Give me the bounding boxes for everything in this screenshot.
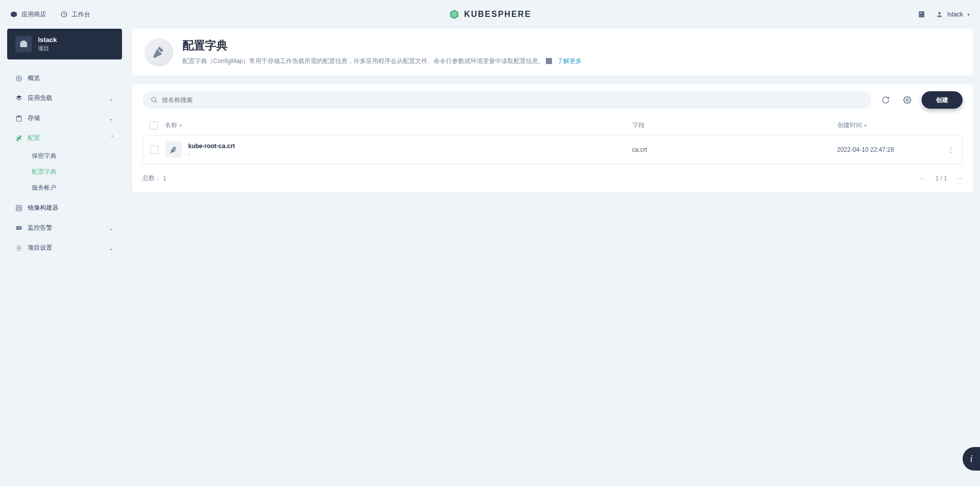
nav-config[interactable]: 配置 ˄ — [9, 129, 120, 148]
create-button[interactable]: 创建 — [922, 91, 963, 109]
user-name: lstack — [947, 11, 963, 18]
svg-rect-1 — [919, 11, 925, 17]
svg-point-8 — [16, 115, 21, 117]
top-header: 应用商店 工作台 KUBESPHERE lstack ▾ — [0, 0, 980, 29]
page-desc-text: 配置字典（ConfigMap）常用于存储工作负载所需的配置信息，许多应用程序会从… — [182, 57, 544, 65]
nav-monitor[interactable]: 监控告警 ⌄ — [9, 218, 120, 237]
svg-rect-4 — [20, 42, 27, 48]
config-icon — [15, 135, 23, 142]
overview-icon — [15, 75, 23, 82]
brand-icon — [448, 9, 460, 20]
brand-text: KUBESPHERE — [464, 10, 531, 19]
settings-icon — [15, 245, 23, 252]
total-value: 1 — [163, 175, 167, 182]
nav-workbench[interactable]: 工作台 — [60, 10, 90, 19]
sort-caret-icon: ▾ — [179, 123, 182, 128]
table-footer: 总数： 1 ← 1 / 1 → — [142, 174, 963, 183]
svg-point-6 — [16, 75, 22, 81]
help-icon: i — [970, 454, 972, 464]
image-builder-icon — [15, 205, 23, 212]
page-description: 配置字典（ConfigMap）常用于存储工作负载所需的配置信息，许多应用程序会从… — [182, 56, 582, 66]
project-card[interactable]: lstack 项目 — [7, 29, 122, 59]
page-title: 配置字典 — [182, 38, 582, 53]
col-field-label: 字段 — [632, 121, 645, 130]
nav-workloads[interactable]: 应用负载 ⌄ — [9, 89, 120, 108]
select-all-checkbox[interactable] — [150, 121, 158, 130]
row-checkbox[interactable] — [150, 146, 158, 154]
row-created: 2022-04-10 22:47:28 — [837, 146, 940, 153]
chevron-down-icon: ⌄ — [109, 245, 114, 252]
nav-app-store[interactable]: 应用商店 — [10, 10, 46, 19]
project-type: 项目 — [38, 45, 57, 52]
col-created-label: 创建时间 — [838, 121, 862, 130]
workloads-icon — [15, 95, 23, 102]
col-name[interactable]: 名称 ▾ — [165, 121, 632, 130]
header-left: 应用商店 工作台 — [10, 10, 90, 19]
user-menu[interactable]: lstack ▾ — [936, 11, 970, 18]
nav-monitor-label: 监控告警 — [28, 224, 52, 232]
col-field: 字段 — [632, 121, 838, 130]
page-next-button[interactable]: → — [956, 175, 963, 182]
search-icon — [151, 96, 158, 104]
app-store-icon — [10, 11, 17, 18]
hammer-icon — [166, 141, 182, 158]
svg-rect-5 — [22, 40, 26, 42]
nav-storage-label: 存储 — [28, 114, 40, 123]
project-name: lstack — [38, 36, 57, 44]
refresh-button[interactable] — [879, 93, 893, 107]
row-name: kube-root-ca.crt — [188, 143, 235, 150]
chevron-down-icon: ⌄ — [109, 115, 114, 122]
monitor-icon — [15, 225, 23, 232]
row-sub: - — [188, 151, 235, 157]
svg-line-14 — [155, 101, 157, 103]
chevron-down-icon: ⌄ — [109, 225, 114, 232]
nav-project-settings[interactable]: 项目设置 ⌄ — [9, 238, 120, 257]
svg-point-7 — [18, 77, 20, 79]
list-card: 创建 名称 ▾ 字段 创建时间 ▾ — [132, 84, 973, 192]
sort-caret-icon: ▾ — [864, 123, 867, 128]
chevron-up-icon: ˄ — [111, 135, 114, 142]
nav-workloads-label: 应用负载 — [28, 94, 52, 103]
svg-point-12 — [18, 247, 20, 249]
total-label: 总数： — [142, 174, 161, 183]
workbench-label: 工作台 — [72, 10, 90, 19]
col-name-label: 名称 — [165, 121, 177, 130]
row-more-button[interactable]: ⋮ — [940, 146, 962, 153]
search-input[interactable] — [162, 96, 863, 104]
nav-image-builder[interactable]: 镜像构建器 — [9, 198, 120, 217]
storage-icon — [15, 115, 23, 122]
nav-overview[interactable]: 概览 — [9, 69, 120, 88]
hammer-icon — [145, 38, 173, 67]
docs-icon[interactable] — [917, 10, 926, 18]
header-right: lstack ▾ — [917, 10, 970, 18]
workbench-icon — [60, 11, 68, 18]
nav-sub-configmaps[interactable]: 配置字典 — [28, 165, 120, 179]
project-icon — [15, 36, 32, 52]
svg-point-15 — [906, 99, 908, 101]
table-header: 名称 ▾ 字段 创建时间 ▾ — [142, 116, 963, 135]
search-box[interactable] — [142, 91, 871, 109]
nav-config-label: 配置 — [28, 134, 40, 143]
nav-storage[interactable]: 存储 ⌄ — [9, 109, 120, 128]
sidebar: lstack 项目 概览 应用负载 ⌄ 存储 ⌄ 配置 ˄ — [7, 29, 122, 479]
nav-sub-secrets[interactable]: 保密字典 — [28, 149, 120, 164]
user-icon — [936, 11, 943, 18]
col-created[interactable]: 创建时间 ▾ — [838, 121, 940, 130]
chevron-down-icon: ⌄ — [109, 95, 114, 102]
svg-rect-10 — [18, 207, 21, 209]
nav-config-subs: 保密字典 配置字典 服务帐户 — [9, 149, 120, 195]
settings-button[interactable] — [900, 93, 914, 107]
learn-more-link[interactable]: 了解更多 — [557, 57, 582, 65]
brand-logo[interactable]: KUBESPHERE — [448, 9, 531, 20]
table-row[interactable]: kube-root-ca.crt - ca.crt 2022-04-10 22:… — [142, 135, 963, 165]
page-info: 1 / 1 — [935, 175, 947, 182]
toolbar: 创建 — [142, 91, 963, 109]
svg-rect-9 — [16, 205, 22, 211]
page-prev-button[interactable]: ← — [920, 175, 926, 182]
app-store-label: 应用商店 — [22, 10, 46, 19]
nav-overview-label: 概览 — [28, 74, 40, 83]
nav-sub-service-accounts[interactable]: 服务帐户 — [28, 180, 120, 195]
nav-project-settings-label: 项目设置 — [28, 244, 52, 252]
main-content: 配置字典 配置字典（ConfigMap）常用于存储工作负载所需的配置信息，许多应… — [132, 29, 973, 479]
chevron-down-icon: ▾ — [967, 12, 970, 17]
